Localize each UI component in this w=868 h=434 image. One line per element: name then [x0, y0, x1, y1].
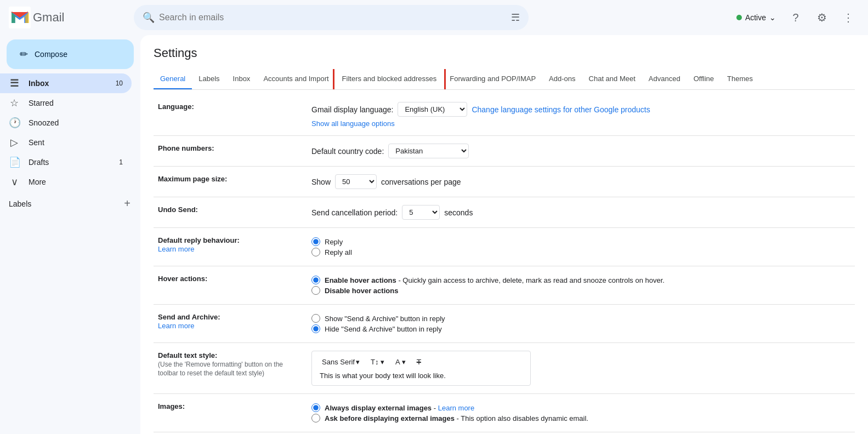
compose-button[interactable]: ✏ Compose — [7, 39, 134, 69]
hover-radio-enable[interactable] — [311, 276, 320, 284]
sendarchive-learn-more-link[interactable]: Learn more — [158, 322, 194, 330]
phone-label: Phone numbers: — [158, 144, 214, 152]
tab-general[interactable]: General — [154, 69, 192, 90]
tab-labels[interactable]: Labels — [192, 69, 226, 90]
show-all-languages-link[interactable]: Show all language options — [311, 119, 395, 128]
text-size-btn[interactable]: T↕ ▾ — [368, 357, 387, 367]
search-options-icon[interactable]: ☴ — [511, 12, 520, 24]
images-radio-row-1: Always display external images - Learn m… — [311, 403, 850, 412]
sendarchive-radio-row-1: Show "Send & Archive" button in reply — [311, 314, 850, 323]
sidebar-item-more[interactable]: ∨ More — [0, 172, 132, 192]
hover-radio-disable[interactable] — [311, 286, 320, 295]
images-label: Images: — [158, 402, 185, 410]
tab-advanced[interactable]: Advanced — [642, 69, 687, 90]
hover-label: Hover actions: — [158, 275, 207, 283]
pagesize-select[interactable]: 25 50 100 — [335, 174, 377, 189]
sidebar-item-starred[interactable]: ☆ Starred — [0, 93, 132, 113]
active-status-button[interactable]: Active ⌄ — [732, 10, 780, 25]
images-radio-ask[interactable] — [311, 414, 320, 422]
gmail-logo-text: Gmail — [33, 10, 64, 25]
starred-label: Starred — [29, 99, 123, 107]
phone-select[interactable]: Pakistan United Kingdom United States — [388, 144, 469, 158]
hover-radio-row-2: Disable hover actions — [311, 286, 850, 295]
sendarchive-radio-hide[interactable] — [311, 324, 320, 333]
sidebar-item-snoozed[interactable]: 🕐 Snoozed — [0, 113, 132, 133]
language-inline-row: Gmail display language: English (UK) Eng… — [311, 102, 850, 117]
tab-inbox[interactable]: Inbox — [226, 69, 257, 90]
settings-title: Settings — [154, 46, 855, 60]
settings-icon-button[interactable]: ⚙ — [811, 7, 833, 28]
sidebar-item-drafts[interactable]: 📄 Drafts 1 — [0, 152, 132, 172]
drafts-label: Drafts — [29, 158, 110, 167]
sent-icon: ▷ — [9, 136, 20, 149]
snoozed-label: Snoozed — [29, 118, 123, 127]
search-input[interactable] — [159, 13, 507, 22]
settings-table: Language: Gmail display language: Englis… — [154, 94, 855, 434]
pagesize-prefix: Show — [311, 178, 331, 186]
images-radio-always[interactable] — [311, 403, 320, 412]
text-style-box: Sans Serif ▾ T↕ ▾ A ▾ T̶ This is what yo… — [311, 351, 531, 386]
labels-title: Labels — [9, 199, 123, 208]
tab-addons[interactable]: Add-ons — [542, 69, 582, 90]
sendarchive-radio-show[interactable] — [311, 314, 320, 323]
sidebar-item-inbox[interactable]: ☰ Inbox 10 — [0, 73, 132, 93]
images-ask-label: Ask before displaying external images - … — [325, 414, 588, 422]
settings-tabs: General Labels Inbox Accounts and Import… — [154, 69, 855, 90]
change-language-link[interactable]: Change language settings for other Googl… — [472, 105, 650, 114]
sendarchive-show-label: Show "Send & Archive" button in reply — [325, 315, 445, 323]
tab-chat[interactable]: Chat and Meet — [582, 69, 642, 90]
inbox-label: Inbox — [29, 79, 107, 88]
reply-learn-more-link[interactable]: Learn more — [158, 245, 194, 253]
images-row: Images: Always display external images -… — [154, 394, 855, 432]
search-bar: 🔍 ☴ — [134, 5, 529, 30]
compose-label: Compose — [35, 50, 67, 59]
tab-themes[interactable]: Themes — [721, 69, 759, 90]
compose-icon: ✏ — [20, 48, 28, 60]
help-button[interactable]: ? — [785, 7, 807, 28]
undo-select[interactable]: 5 10 20 30 — [402, 205, 440, 220]
language-row: Language: Gmail display language: Englis… — [154, 94, 855, 136]
language-display-label: Gmail display language: — [311, 105, 393, 114]
top-nav: Gmail 🔍 ☴ Active ⌄ ? ⚙ ⋮ — [0, 0, 868, 35]
reply-label: Default reply behaviour: — [158, 236, 240, 244]
tab-forwarding[interactable]: Forwarding and POP/IMAP — [443, 69, 542, 90]
reply-radio-reply[interactable] — [311, 237, 320, 246]
chevron-down-icon: ⌄ — [769, 13, 776, 22]
active-label: Active — [745, 13, 766, 22]
undo-suffix: seconds — [444, 208, 473, 217]
sendarchive-controls: Show "Send & Archive" button in reply Hi… — [311, 314, 850, 333]
sidebar-item-sent[interactable]: ▷ Sent — [0, 133, 132, 152]
pagesize-controls: Show 25 50 100 conversations per page — [311, 174, 850, 189]
language-select[interactable]: English (UK) English (US) — [398, 102, 467, 117]
gmail-logo-svg — [9, 7, 31, 28]
hover-radio-row-1: Enable hover actions - Quickly gain acce… — [311, 276, 850, 284]
language-label: Language: — [158, 102, 194, 111]
starred-icon: ☆ — [9, 97, 20, 109]
inbox-icon: ☰ — [9, 77, 20, 89]
undo-label: Undo Send: — [158, 205, 198, 214]
textstyle-sublabel: (Use the 'Remove formatting' button on t… — [158, 361, 283, 377]
tab-filters[interactable]: Filters and blocked addresses — [336, 69, 444, 90]
language-controls: Gmail display language: English (UK) Eng… — [311, 102, 850, 128]
more-icon: ∨ — [9, 176, 20, 188]
reply-radio-row-2: Reply all — [311, 248, 850, 256]
images-learn-more-link[interactable]: Learn more — [438, 404, 474, 412]
font-name: Sans Serif — [322, 358, 355, 366]
tab-offline[interactable]: Offline — [687, 69, 721, 90]
text-color-btn[interactable]: A ▾ — [393, 357, 408, 367]
sent-label: Sent — [29, 138, 123, 147]
settings-container: Settings General Labels Inbox Accounts a… — [140, 35, 868, 434]
tab-accounts[interactable]: Accounts and Import — [257, 69, 335, 90]
font-selector[interactable]: Sans Serif ▾ — [320, 357, 362, 367]
undo-controls: Send cancellation period: 5 10 20 30 sec… — [311, 205, 850, 220]
text-style-preview: This is what your body text will look li… — [320, 372, 523, 380]
remove-format-btn[interactable]: T̶ — [415, 357, 423, 367]
snoozed-icon: 🕐 — [9, 117, 20, 129]
sendarchive-hide-label: Hide "Send & Archive" button in reply — [325, 325, 442, 333]
apps-icon-button[interactable]: ⋮ — [837, 7, 859, 28]
images-controls: Always display external images - Learn m… — [311, 403, 850, 422]
textstyle-label: Default text style: — [158, 351, 217, 359]
add-label-button[interactable]: + — [123, 196, 132, 211]
reply-radio-replyall[interactable] — [311, 248, 320, 256]
font-chevron: ▾ — [356, 358, 360, 366]
